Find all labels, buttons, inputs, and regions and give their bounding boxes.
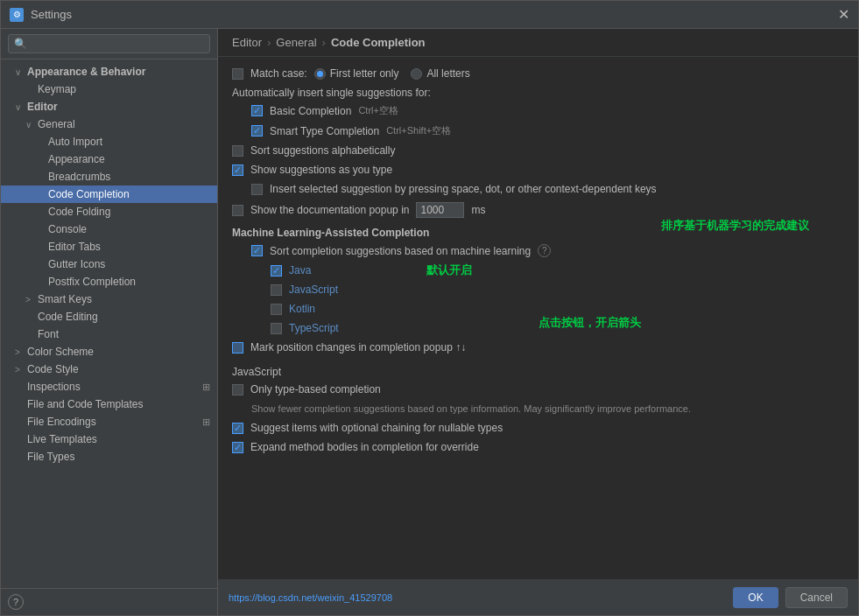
sidebar-item-label: Editor (27, 101, 58, 113)
match-case-label: Match case: (250, 67, 307, 80)
expand-arrow (36, 172, 45, 182)
insert-selected-row: Insert selected suggestion by pressing s… (251, 183, 844, 195)
sidebar-item-label: Color Scheme (27, 346, 94, 358)
only-type-based-desc-text: Show fewer completion suggestions based … (251, 403, 691, 414)
sidebar-item-label: Appearance (48, 153, 105, 165)
breadcrumb-sep-2: › (322, 36, 326, 49)
only-type-based-desc: Show fewer completion suggestions based … (232, 402, 844, 415)
javascript-label: JavaScript (289, 284, 338, 296)
breadcrumb-sep-1: › (267, 36, 271, 49)
expand-arrow: > (15, 347, 24, 357)
sidebar-item-label: Code Completion (48, 188, 130, 200)
sidebar-item-live-templates[interactable]: Live Templates (1, 430, 217, 448)
inspections-icon: ⊞ (202, 382, 210, 393)
javascript-checkbox[interactable] (271, 284, 282, 296)
window-title: Settings (31, 8, 72, 21)
sidebar-item-inspections[interactable]: Inspections ⊞ (1, 378, 217, 396)
search-input[interactable] (8, 34, 210, 53)
sidebar-item-label: Code Folding (48, 206, 110, 218)
show-doc-popup-checkbox[interactable] (232, 205, 243, 216)
ok-button[interactable]: OK (733, 587, 778, 608)
sidebar-item-postfix-completion[interactable]: Postfix Completion (1, 273, 217, 290)
sort-alpha-checkbox[interactable] (232, 145, 243, 157)
first-letter-radio[interactable] (314, 68, 326, 80)
sidebar-item-file-encodings[interactable]: File Encodings ⊞ (1, 413, 217, 430)
sidebar-item-console[interactable]: Console (1, 220, 217, 238)
first-letter-label: First letter only (330, 67, 399, 80)
match-case-row: Match case: First letter only All letter… (232, 67, 844, 80)
sort-alpha-row: Sort suggestions alphabetically (232, 144, 844, 157)
sidebar-item-general[interactable]: ∨ General (1, 116, 217, 133)
sidebar-item-code-style[interactable]: > Code Style (1, 360, 217, 378)
show-suggestions-checkbox[interactable]: ✓ (232, 164, 243, 176)
expand-arrow (36, 277, 45, 287)
first-letter-option[interactable]: First letter only (314, 67, 399, 80)
expand-arrow (15, 417, 24, 427)
expand-arrow (15, 452, 24, 462)
doc-popup-value-input[interactable] (416, 202, 464, 218)
basic-completion-label: Basic Completion (270, 105, 351, 117)
smart-type-checkbox[interactable]: ✓ (251, 125, 263, 136)
sidebar-item-file-types[interactable]: File Types (1, 448, 217, 466)
smart-type-shortcut: Ctrl+Shift+空格 (386, 124, 451, 137)
java-annotation: 默认开启 (426, 262, 472, 278)
sidebar-item-auto-import[interactable]: Auto Import (1, 133, 217, 150)
mark-position-checkbox[interactable] (232, 342, 243, 354)
sidebar-item-file-code-templates[interactable]: File and Code Templates (1, 396, 217, 413)
expand-arrow (25, 312, 34, 322)
doc-popup-unit: ms (471, 204, 485, 216)
settings-icon: ⚙ (10, 8, 24, 22)
basic-completion-checkbox[interactable]: ✓ (251, 105, 263, 116)
all-letters-radio[interactable] (411, 68, 422, 80)
sidebar-item-appearance-behavior[interactable]: ∨ Appearance & Behavior (1, 63, 217, 80)
sidebar-item-editor-tabs[interactable]: Editor Tabs (1, 238, 217, 256)
file-encodings-icon: ⊞ (202, 416, 210, 428)
show-suggestions-row: ✓ Show suggestions as you type (232, 164, 844, 176)
java-checkbox[interactable]: ✓ (271, 265, 282, 276)
sidebar-item-gutter-icons[interactable]: Gutter Icons (1, 256, 217, 273)
only-type-based-checkbox[interactable] (232, 384, 243, 396)
sidebar-item-code-folding[interactable]: Code Folding (1, 203, 217, 220)
sidebar-item-breadcrumbs[interactable]: Breadcrumbs (1, 168, 217, 186)
expand-arrow (36, 137, 45, 147)
help-button[interactable]: ? (8, 594, 24, 610)
sidebar-item-font[interactable]: Font (1, 326, 217, 343)
typescript-checkbox[interactable] (271, 323, 282, 334)
sidebar-item-label: Appearance & Behavior (27, 66, 145, 78)
title-bar-left: ⚙ Settings (10, 8, 72, 22)
expand-arrow (15, 435, 24, 444)
content-area: ∨ Appearance & Behavior Keymap ∨ Editor … (1, 29, 858, 615)
arrow-annotation: 点击按钮，开启箭头 (539, 315, 641, 331)
sidebar-item-appearance[interactable]: Appearance (1, 150, 217, 168)
sidebar-tree: ∨ Appearance & Behavior Keymap ∨ Editor … (1, 60, 217, 588)
expand-method-checkbox[interactable]: ✓ (232, 442, 243, 453)
kotlin-label: Kotlin (289, 303, 315, 315)
sidebar-item-label: Keymap (38, 83, 76, 95)
sidebar-item-smart-keys[interactable]: > Smart Keys (1, 290, 217, 308)
expand-arrow (36, 207, 45, 217)
sidebar-item-color-scheme[interactable]: > Color Scheme (1, 343, 217, 360)
kotlin-checkbox[interactable] (271, 304, 282, 315)
sidebar-item-code-completion[interactable]: Code Completion (1, 186, 217, 203)
expand-arrow (36, 190, 45, 200)
breadcrumb-general: General (276, 36, 316, 49)
insert-selected-checkbox[interactable] (251, 184, 263, 195)
sidebar-item-code-editing[interactable]: Code Editing (1, 308, 217, 326)
sort-alpha-label: Sort suggestions alphabetically (250, 144, 395, 157)
sort-ml-help-icon[interactable]: ? (538, 244, 551, 257)
sidebar-item-label: General (38, 118, 75, 130)
sort-ml-label: Sort completion suggestions based on mac… (270, 245, 531, 257)
insert-selected-label: Insert selected suggestion by pressing s… (270, 183, 657, 195)
smart-type-row: ✓ Smart Type Completion Ctrl+Shift+空格 (251, 124, 844, 137)
match-case-radio-group: First letter only All letters (314, 67, 470, 80)
insert-selected-group: Insert selected suggestion by pressing s… (232, 183, 844, 195)
sidebar-item-keymap[interactable]: Keymap (1, 80, 217, 98)
match-case-checkbox[interactable] (232, 68, 243, 80)
suggest-nullable-checkbox[interactable]: ✓ (232, 423, 243, 434)
sidebar-item-editor[interactable]: ∨ Editor (1, 98, 217, 116)
sort-ml-checkbox[interactable]: ✓ (251, 245, 263, 256)
cancel-button[interactable]: Cancel (785, 587, 848, 608)
expand-arrow: ∨ (15, 67, 24, 77)
all-letters-option[interactable]: All letters (411, 67, 469, 80)
close-button[interactable]: ✕ (838, 8, 849, 22)
